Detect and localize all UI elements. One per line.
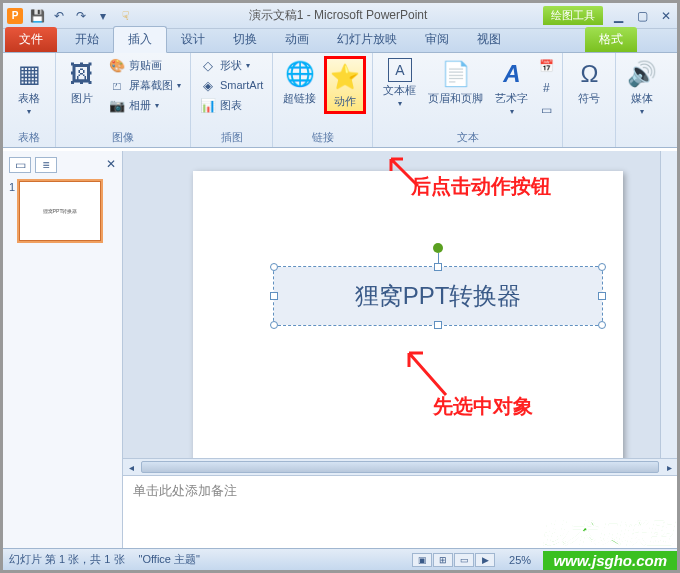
tab-home[interactable]: 开始 [61,27,113,52]
tab-design[interactable]: 设计 [167,27,219,52]
slide-number: 1 [9,181,15,241]
shapes-button[interactable]: ◇形状 ▾ [197,56,266,74]
group-label-symbols [569,144,609,146]
hyperlink-button[interactable]: 🌐 超链接 [279,56,320,108]
action-button[interactable]: ⭐ 动作 [324,56,366,114]
tab-format[interactable]: 格式 [585,27,637,52]
group-illustrations: ◇形状 ▾ ◈SmartArt 📊图表 插图 [191,53,273,147]
picture-button[interactable]: 🖼 图片 [62,56,102,108]
resize-handle-nw[interactable] [270,263,278,271]
group-label-text: 文本 [379,129,556,146]
group-symbols: Ω 符号 [563,53,616,147]
group-tables: ▦ 表格 ▾ 表格 [3,53,56,147]
tab-transitions[interactable]: 切换 [219,27,271,52]
wordart-label: 艺术字 [495,91,528,106]
chevron-down-icon: ▾ [640,107,644,116]
zoom-percent: 25% [509,554,531,566]
clipart-button[interactable]: 🎨剪贴画 [106,56,184,74]
tab-insert[interactable]: 插入 [113,26,167,53]
outline-view-tab[interactable]: ≡ [35,157,57,173]
group-label-tables: 表格 [9,129,49,146]
reading-view-icon[interactable]: ▭ [454,553,474,567]
redo-icon[interactable]: ↷ [73,8,89,24]
ribbon-tabs: 文件 开始 插入 设计 切换 动画 幻灯片放映 审阅 视图 格式 [3,29,677,53]
selected-text-object[interactable]: 狸窝PPT转换器 [273,266,603,326]
date-time-icon[interactable]: 📅 [536,56,556,76]
wordart-button[interactable]: A 艺术字 ▾ [491,56,532,118]
rotation-handle[interactable] [433,243,443,253]
scrollbar-thumb[interactable] [141,461,659,473]
ribbon: ▦ 表格 ▾ 表格 🖼 图片 🎨剪贴画 ⏍屏幕截图 ▾ 📷相册 ▾ 图像 ◇形状… [3,53,677,148]
tab-file[interactable]: 文件 [5,27,57,52]
screenshot-button[interactable]: ⏍屏幕截图 ▾ [106,76,184,94]
resize-handle-ne[interactable] [598,263,606,271]
document-title: 演示文稿1 - Microsoft PowerPoint [133,7,543,24]
undo-icon[interactable]: ↶ [51,8,67,24]
chevron-down-icon: ▾ [27,107,31,116]
resize-handle-e[interactable] [598,292,606,300]
sorter-view-icon[interactable]: ⊞ [433,553,453,567]
minimize-icon[interactable]: ▁ [611,9,625,23]
close-icon[interactable]: ✕ [659,9,673,23]
scroll-left-icon[interactable]: ◂ [123,459,139,475]
symbol-icon: Ω [573,58,605,90]
resize-handle-w[interactable] [270,292,278,300]
annotation-arrow-select [401,345,451,400]
slideshow-view-icon[interactable]: ▶ [475,553,495,567]
panel-close-icon[interactable]: ✕ [106,157,116,175]
group-text: A 文本框 ▾ 📄 页眉和页脚 A 艺术字 ▾ 📅 # ▭ 文本 [373,53,563,147]
header-footer-button[interactable]: 📄 页眉和页脚 [424,56,487,108]
normal-view-icon[interactable]: ▣ [412,553,432,567]
slide-number-icon[interactable]: # [536,78,556,98]
chart-button[interactable]: 📊图表 [197,96,266,114]
status-slide-info: 幻灯片 第 1 张，共 1 张 [9,552,125,567]
notes-placeholder: 单击此处添加备注 [133,483,237,498]
slide-panel: ▭ ≡ ✕ 1 狸窝PPT转换器 [3,151,123,548]
group-label-images: 图像 [62,129,184,146]
save-icon[interactable]: 💾 [29,8,45,24]
horizontal-scrollbar[interactable]: ◂ ▸ [123,458,677,475]
tab-animations[interactable]: 动画 [271,27,323,52]
clipart-icon: 🎨 [109,57,125,73]
resize-handle-se[interactable] [598,321,606,329]
clipart-label: 剪贴画 [129,58,162,73]
smartart-button[interactable]: ◈SmartArt [197,76,266,94]
object-icon[interactable]: ▭ [536,100,556,120]
table-button[interactable]: ▦ 表格 ▾ [9,56,49,118]
group-label-links: 链接 [279,129,366,146]
annotation-arrow-action [383,151,423,191]
resize-handle-n[interactable] [434,263,442,271]
wordart-icon: A [496,58,528,90]
media-label: 媒体 [631,91,653,106]
resize-handle-sw[interactable] [270,321,278,329]
album-icon: 📷 [109,97,125,113]
pointer-icon[interactable]: ☟ [117,8,133,24]
watermark-title: 技术员联盟 [543,516,677,551]
action-label: 动作 [334,94,356,109]
resize-handle-s[interactable] [434,321,442,329]
slide-thumbnail[interactable]: 狸窝PPT转换器 [19,181,101,241]
hyperlink-icon: 🌐 [284,58,316,90]
thumb-text: 狸窝PPT转换器 [43,208,78,214]
slide[interactable]: 狸窝PPT转换器 [193,171,623,491]
symbol-button[interactable]: Ω 符号 [569,56,609,108]
app-icon: P [7,8,23,24]
table-icon: ▦ [13,58,45,90]
textbox-button[interactable]: A 文本框 ▾ [379,56,420,110]
tab-view[interactable]: 视图 [463,27,515,52]
tab-slideshow[interactable]: 幻灯片放映 [323,27,411,52]
tab-review[interactable]: 审阅 [411,27,463,52]
quick-access-toolbar: 💾 ↶ ↷ ▾ ☟ [29,8,133,24]
slides-view-tab[interactable]: ▭ [9,157,31,173]
group-links: 🌐 超链接 ⭐ 动作 链接 [273,53,373,147]
group-images: 🖼 图片 🎨剪贴画 ⏍屏幕截图 ▾ 📷相册 ▾ 图像 [56,53,191,147]
text-content[interactable]: 狸窝PPT转换器 [274,267,602,325]
maximize-icon[interactable]: ▢ [635,9,649,23]
media-button[interactable]: 🔊 媒体 ▾ [622,56,662,118]
scroll-right-icon[interactable]: ▸ [661,459,677,475]
slide-thumbnail-item[interactable]: 1 狸窝PPT转换器 [9,181,116,241]
chevron-down-icon: ▾ [398,99,402,108]
album-button[interactable]: 📷相册 ▾ [106,96,184,114]
qat-dropdown-icon[interactable]: ▾ [95,8,111,24]
vertical-scrollbar[interactable] [660,151,677,458]
